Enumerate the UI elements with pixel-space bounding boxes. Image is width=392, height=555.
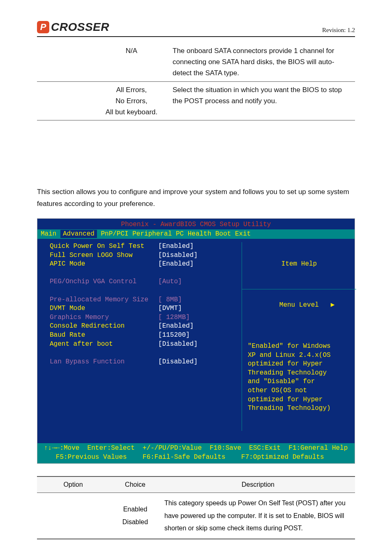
bios-tab-exit[interactable]: Exit: [235, 230, 251, 238]
item-help-title: Item Help: [248, 260, 350, 269]
sata-halt-table: N/A The onboard SATA connectors provide …: [37, 43, 355, 120]
cell-option: [37, 43, 95, 81]
cell-desc: Select the situation in which you want t…: [168, 81, 355, 120]
cell-choice: All Errors, No Errors, All but keyboard.: [95, 81, 168, 120]
bios-tab-pnppci[interactable]: PnP/PCI: [101, 230, 128, 238]
bios-tab-boot[interactable]: Boot: [215, 230, 231, 238]
logo: P CROSSER: [37, 21, 109, 34]
header-option: Option: [37, 476, 109, 493]
page-root: P CROSSER Revision: 1.2 N/A The onboard …: [0, 0, 392, 555]
cell-option: [37, 81, 95, 120]
table-header-row: Option Choice Description: [37, 476, 355, 493]
cell-choice: Enabled Disabled: [109, 493, 161, 539]
bios-tab-pchealth[interactable]: PC Health: [176, 230, 211, 238]
cell-desc: The onboard SATA connectors provide 1 ch…: [168, 43, 355, 81]
bios-screen: Phoenix - AwardBIOS CMOS Setup Utility M…: [37, 218, 355, 464]
revision-label: Revision: 1.2: [322, 27, 355, 34]
cell-option: [37, 493, 109, 539]
bios-left-pane: Quick Power On Self TestFull Screen LOGO…: [50, 242, 236, 431]
bios-title: Phoenix - AwardBIOS CMOS Setup Utility: [37, 219, 355, 229]
header: P CROSSER Revision: 1.2: [37, 21, 355, 37]
cell-desc: This category speeds up Power On Self Te…: [161, 493, 355, 539]
quick-post-table: Option Choice Description Enabled Disabl…: [37, 476, 355, 539]
bios-tab-main[interactable]: Main: [41, 230, 56, 238]
bios-tab-advanced[interactable]: Advanced: [60, 230, 97, 238]
bios-setting-labels: Quick Power On Self TestFull Screen LOGO…: [50, 242, 148, 431]
logo-mark-icon: P: [37, 21, 49, 33]
help-body: "Enabled" for Windows XP and Linux 2.4.x…: [248, 342, 350, 413]
table-row: N/A The onboard SATA connectors provide …: [37, 43, 355, 81]
intro-paragraph: This section allows you to configure and…: [37, 186, 355, 210]
table-row: Enabled Disabled This category speeds up…: [37, 493, 355, 539]
bios-tabs: Main Advanced PnP/PCI Peripheral PC Heal…: [37, 229, 355, 239]
menu-level: Menu Level ▶: [279, 301, 334, 309]
header-desc: Description: [161, 476, 355, 493]
bios-setting-values: [Enabled][Disabled][Enabled] [Auto] [ 8M…: [158, 242, 198, 431]
table-row: All Errors, No Errors, All but keyboard.…: [37, 81, 355, 120]
bios-tab-peripheral[interactable]: Peripheral: [132, 230, 172, 238]
bios-help-pane: Item Help Menu Level ▶ "Enabled" for Win…: [242, 242, 350, 431]
header-choice: Choice: [109, 476, 161, 493]
bios-body: Quick Power On Self TestFull Screen LOGO…: [37, 239, 355, 443]
cell-choice: N/A: [95, 43, 168, 81]
logo-text: CROSSER: [51, 21, 109, 34]
bios-footer-hints: ↑↓→←:Move Enter:Select +/-/PU/PD:Value F…: [37, 443, 355, 463]
